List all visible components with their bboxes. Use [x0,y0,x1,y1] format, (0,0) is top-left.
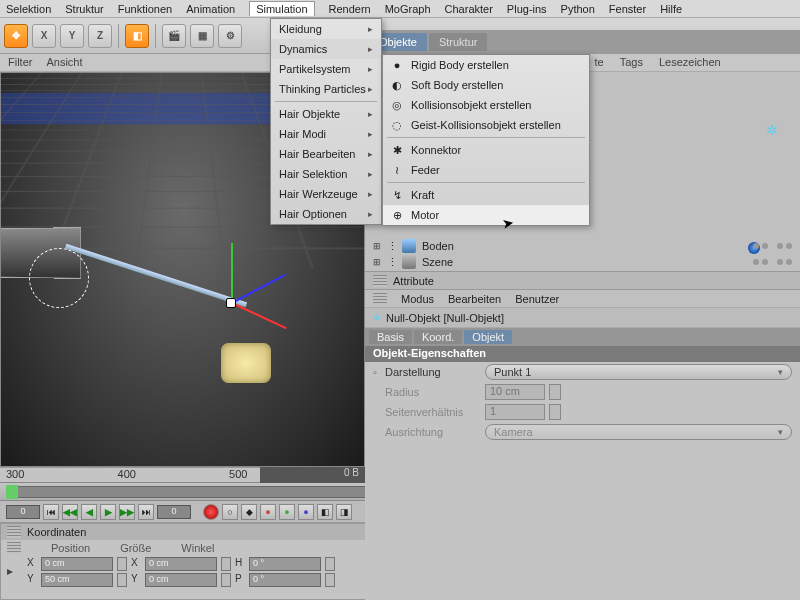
menu-item-hair-optionen[interactable]: Hair Optionen▸ [271,204,381,224]
filter-menu[interactable]: Filter [8,56,32,69]
attr-tab-benutzer[interactable]: Benutzer [515,293,559,305]
key-selection-icon[interactable]: ◆ [241,504,257,520]
menu-selektion[interactable]: Selektion [6,3,51,15]
tab-struktur[interactable]: Struktur [429,33,488,51]
ansicht-menu[interactable]: Ansicht [46,56,82,69]
attr-tab-modus[interactable]: Modus [401,293,434,305]
om-tags[interactable]: Tags [620,56,643,69]
autokey-button[interactable]: ○ [222,504,238,520]
om-lesezeichen[interactable]: Lesezeichen [659,56,721,69]
render-settings-icon[interactable]: ⚙ [218,24,242,48]
prop-label-ausrichtung: Ausrichtung [385,426,481,438]
expand-toggle[interactable]: ▸ [7,564,13,578]
menu-charakter[interactable]: Charakter [445,3,493,15]
menu-item-konnektor[interactable]: ✱Konnektor [383,140,589,160]
subtab-koord[interactable]: Koord. [414,330,462,344]
frame-start-field[interactable]: 0 [6,505,40,519]
key-pos-icon[interactable]: ● [260,504,276,520]
gizmo-y-axis[interactable] [231,243,233,303]
spinner[interactable] [325,573,335,587]
render-icon[interactable]: ▦ [190,24,214,48]
grip-icon[interactable] [373,293,387,305]
menu-item-feder[interactable]: ≀Feder [383,160,589,180]
darstellung-dropdown[interactable]: Punkt 1 ▾ [485,364,792,380]
axis-x-toggle[interactable]: X [32,24,56,48]
expander-icon[interactable]: ⊞ [373,257,383,267]
subtab-basis[interactable]: Basis [369,330,412,344]
dynamics-submenu[interactable]: ●Rigid Body erstellen ◐Soft Body erstell… [382,54,590,226]
menu-item-partikelsystem[interactable]: Partikelsystem▸ [271,59,381,79]
key-rot-icon[interactable]: ● [298,504,314,520]
goto-end-button[interactable]: ⏭ [138,504,154,520]
grip-icon[interactable] [7,542,21,554]
menu-item-soft-body[interactable]: ◐Soft Body erstellen [383,75,589,95]
step-back-button[interactable]: ◀◀ [62,504,78,520]
tree-label[interactable]: Szene [420,256,453,268]
menu-item-dynamics[interactable]: Dynamics▸ [271,39,381,59]
menu-struktur[interactable]: Struktur [65,3,104,15]
goto-start-button[interactable]: ⏮ [43,504,59,520]
key-scale-icon[interactable]: ● [279,504,295,520]
tree-label[interactable]: Boden [420,240,454,252]
tree-row-boden[interactable]: ⊞ ⋮ Boden [365,238,800,254]
menu-item-hair-bearbeiten[interactable]: Hair Bearbeiten▸ [271,144,381,164]
menu-item-hair-werkzeuge[interactable]: Hair Werkzeuge▸ [271,184,381,204]
menu-rendern[interactable]: Rendern [329,3,371,15]
size-x-field[interactable]: 0 cm [145,557,217,571]
ang-p-field[interactable]: 0 ° [249,573,321,587]
menu-item-kleidung[interactable]: Kleidung▸ [271,19,381,39]
menu-item-motor[interactable]: ⊕Motor [383,205,589,225]
grip-icon[interactable] [373,275,387,287]
menu-item-kraft[interactable]: ↯Kraft [383,185,589,205]
play-back-button[interactable]: ◀ [81,504,97,520]
gizmo-pivot[interactable] [226,298,236,308]
clapper-icon[interactable]: 🎬 [162,24,186,48]
cube-primitive-icon[interactable]: ◧ [125,24,149,48]
subtab-objekt[interactable]: Objekt [464,330,512,344]
menu-item-collision[interactable]: ◎Kollisionsobjekt erstellen [383,95,589,115]
size-y-field[interactable]: 0 cm [145,573,217,587]
grip-icon[interactable] [7,526,21,538]
visibility-dots[interactable] [753,243,792,249]
menu-item-hair-objekte[interactable]: Hair Objekte▸ [271,104,381,124]
expander-icon[interactable]: ⊞ [373,241,383,251]
spinner[interactable] [325,557,335,571]
frame-end-field[interactable]: 0 [157,505,191,519]
axis-y-toggle[interactable]: Y [60,24,84,48]
axis-z-toggle[interactable]: Z [88,24,112,48]
spinner[interactable] [221,573,231,587]
key-pla-icon[interactable]: ◨ [336,504,352,520]
play-forward-button[interactable]: ▶ [100,504,116,520]
visibility-dots[interactable] [753,259,792,265]
menu-item-rigid-body[interactable]: ●Rigid Body erstellen [383,55,589,75]
spinner[interactable] [117,573,127,587]
ang-h-field[interactable]: 0 ° [249,557,321,571]
menu-item-thinking-particles[interactable]: Thinking Particles▸ [271,79,381,99]
tree-row-szene[interactable]: ⊞ ⋮ Szene [365,254,800,270]
simulation-menu[interactable]: Kleidung▸ Dynamics▸ Partikelsystem▸ Thin… [270,18,382,225]
timeline-start-handle[interactable] [6,485,18,499]
menu-item-ghost-collision[interactable]: ◌Geist-Kollisionsobjekt erstellen [383,115,589,135]
menu-item-hair-modi[interactable]: Hair Modi▸ [271,124,381,144]
menu-plugins[interactable]: Plug-ins [507,3,547,15]
spinner[interactable] [221,557,231,571]
menu-fenster[interactable]: Fenster [609,3,646,15]
om-te[interactable]: te [595,56,604,69]
menu-python[interactable]: Python [561,3,595,15]
attr-tab-bearbeiten[interactable]: Bearbeiten [448,293,501,305]
menu-simulation[interactable]: Simulation [249,1,314,16]
move-tool-icon[interactable]: ✥ [4,24,28,48]
gizmo-z-axis[interactable] [232,274,286,304]
gizmo-x-axis[interactable] [232,302,287,329]
menu-funktionen[interactable]: Funktionen [118,3,172,15]
menu-mograph[interactable]: MoGraph [385,3,431,15]
step-forward-button[interactable]: ▶▶ [119,504,135,520]
pos-x-field[interactable]: 0 cm [41,557,113,571]
pos-y-field[interactable]: 50 cm [41,573,113,587]
key-param-icon[interactable]: ◧ [317,504,333,520]
menu-item-hair-selektion[interactable]: Hair Selektion▸ [271,164,381,184]
menu-hilfe[interactable]: Hilfe [660,3,682,15]
record-button[interactable] [203,504,219,520]
menu-animation[interactable]: Animation [186,3,235,15]
spinner[interactable] [117,557,127,571]
